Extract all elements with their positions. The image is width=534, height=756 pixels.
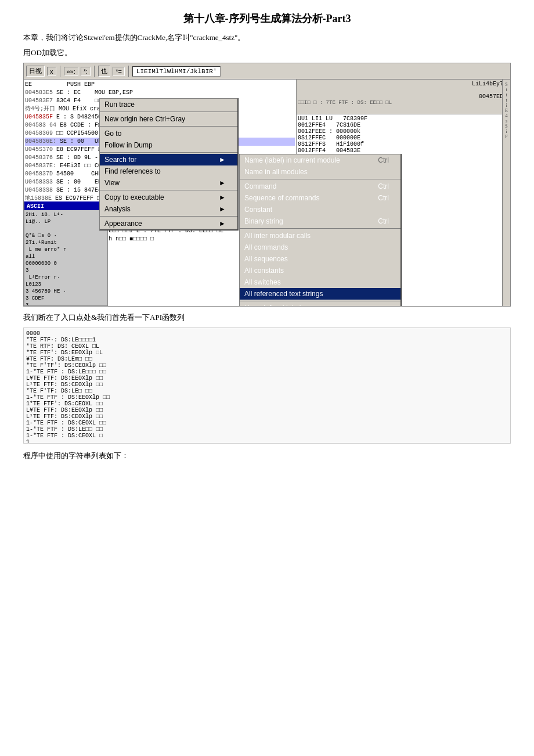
od-load-text: 用OD加载它。 [23,48,511,58]
menu-item-follow-dump[interactable]: Follow in Dump [100,139,237,151]
menu-item-run-trace[interactable]: Run trace [100,99,237,110]
scroll-label: i [506,92,507,98]
menu-item-analysis[interactable]: Analysis ► [100,203,237,215]
search-submenu[interactable]: Name (label) in current module Ctrl Name… [239,154,297,307]
api-line: *TE F'TF: DS:LE□ □□ [26,388,508,394]
toolbar-btn-star[interactable]: *: [81,67,91,76]
submenu-label: Command [244,182,276,190]
hex-line: 0012FEEE : 000000k [298,128,509,135]
menu-item-new-origin[interactable]: New origin here Ctrl+Gray [100,113,237,125]
submenu-item-all-commands[interactable]: All commands [240,242,297,253]
submenu-item-all-constants[interactable]: All constants [240,265,297,276]
toolbar-sep-3 [128,66,129,77]
api-line: L¹TE FTF: DS:CEOXlp □□ [26,413,508,420]
footer-text: 程序中使用的字符串列表如下： [23,451,511,461]
api-line: 1-*TE FTF : DS:LE□□ □□ [26,426,508,433]
ascii-content: 2Hi. i8. L¹- Li@.. LP Q*& □s 0 · 2Ti.¹Ru… [24,210,107,306]
menu-sep [100,190,237,190]
api-line: *TE FTF': DS:EEOXlp □L [26,350,508,356]
api-line: 1-*TE FTF : DS:CEOXL □ [26,433,508,439]
submenu-item-name-current[interactable]: Name (label) in current module Ctrl [240,154,297,166]
menu-item-view[interactable]: View ► [100,177,237,189]
submenu-item-sequence[interactable]: Sequence of commands Ctrl [240,192,297,204]
api-line: ¥TE FTF: DS:LEm□ □□ [26,356,508,362]
scroll-label: S [505,82,507,87]
submenu-item-constant[interactable]: Constant [240,204,297,215]
submenu-label: Binary string [244,217,283,225]
submenu-label: Sequence of commands [244,194,297,202]
toolbar-btn-x[interactable]: x [47,67,56,76]
api-line: L¥TE FTF: DS:EEOXlp □□ [26,407,508,413]
od-scrollbar[interactable]: S t i t i E 4 s S i F [502,80,510,307]
submenu-label: Name (label) in current module [244,156,297,164]
api-line: 1 [26,439,508,444]
submenu-item-command[interactable]: Command Ctrl [240,181,297,192]
disasm-line: EE PUSH EBP [25,81,295,89]
submenu-sep [240,228,297,229]
od-screenshot: 日视 x »»: *: 也 *= LIEIMlTlWlHMI/JklBIR' E… [23,63,511,307]
api-line: 1-*TE FTF : DS:EEOXlp □□ [26,394,508,401]
menu-sep [100,152,237,153]
menu-item-search-for[interactable]: Search for ► Name (label) in current mod… [100,154,237,165]
api-addr: 0000 [26,330,508,337]
submenu-item-all-text[interactable]: All referenced text strings [240,288,297,300]
hex-line: UU1 LI1 LU 7C8399F [298,116,509,122]
menu-arrow-icon: ► [219,219,226,228]
submenu-sep [240,179,297,179]
menu-arrow-icon: ► [219,156,226,164]
submenu-item-user-label[interactable]: User-defined label [240,303,297,307]
api-line: 1-*TE FTF : DS:CEOXL □□ [26,420,508,426]
info-line-4: □□I□ □ : 7TE FTF : DS: EE□□ □L [298,100,509,106]
api-section: 0000 *TE FTF·: DS:LE□□□□1 *TE RTF: DS: C… [23,327,511,444]
menu-arrow-icon: ► [219,179,226,187]
menu-sep [100,216,237,217]
menu-sep [100,126,237,127]
api-line: 1*TE FTF': DS:CEOXL □□ [26,401,508,407]
toolbar-title: LIEIMlTlWlHMI/JklBIR' [132,66,221,77]
submenu-item-binary[interactable]: Binary string Ctrl [240,215,297,227]
ascii-panel-header: ASCII [24,203,107,210]
toolbar-btn-also[interactable]: 也 [98,66,110,77]
od-toolbar: 日视 x »»: *: 也 *= LIEIMlTlWlHMI/JklBIR' [24,63,510,80]
context-menu[interactable]: Run trace New origin here Ctrl+Gray Go t… [99,98,239,231]
menu-item-find-refs[interactable]: Find references to [100,165,237,177]
hex-line: 0S12FFEC 000000E [298,135,509,141]
scroll-label: 4 [506,113,508,118]
toolbar-btn-nav[interactable]: »»: [64,67,78,76]
context-menu-overlay: Run trace New origin here Ctrl+Gray Go t… [99,98,239,231]
scroll-label: s [506,118,507,124]
toolbar-btn-eq[interactable]: *= [113,67,125,76]
od-info-panel: LiLi4bEy7C 0O457ED0 □□I□ □ : 7TE FTF : D… [297,80,510,114]
page-title: 第十八章-序列号生成算法分析-Part3 [23,12,511,26]
scroll-label: S [505,124,507,129]
submenu-item-name-all[interactable]: Name in all modules [240,166,297,178]
submenu-item-all-inter[interactable]: All inter modular calls [240,230,297,242]
toolbar-sep-2 [94,66,95,77]
menu-arrow-icon: ► [219,205,226,213]
submenu-item-all-sequences[interactable]: All sequences [240,253,297,265]
scroll-label: E [505,108,508,113]
scroll-label: i [506,103,507,108]
ascii-panel: ASCII 2Hi. i8. L¹- Li@.. LP Q*& □s 0 · 2… [24,201,108,306]
intro-text: 本章，我们将讨论Stzwei'em提供的CrackMe,名字叫"crackme_… [23,33,511,43]
api-line: L¹TE FTF: DS:CEOXlp □□ [26,381,508,388]
api-line: *TE FTF·: DS:LE□□□□1 [26,337,508,343]
api-line: L¥TE FTF: DS:EEOXlp □□ [26,375,508,381]
scroll-label: t [506,87,507,92]
submenu-sep [240,301,297,301]
api-line: *TE F'TF': DS:CEOXlp □□ [26,362,508,369]
menu-item-appearance[interactable]: Appearance ► [100,218,237,229]
submenu-item-all-switches[interactable]: All switches [240,276,297,288]
api-line: 1-*TE FTF : DS:LE□□□ □□ [26,369,508,375]
hex-line: 0S12FFFS HiFi000f [298,141,509,147]
api-line: *TE RTF: DS: CEOXL □L [26,343,508,350]
info-line-1: LiLi4bEy7C [298,81,509,87]
body-text-1: 我们断在了入口点处&我们首先看一下API函数列 [23,312,511,323]
scroll-label: t [506,98,507,103]
hex-line: 0012FFF4 004583E [298,147,509,154]
info-line-3: 0O457ED0 [298,93,509,100]
disasm-line: 004583E5 SE : EC MOU EBP,ESP [25,89,295,97]
toolbar-btn-view[interactable]: 日视 [26,66,45,77]
menu-item-goto[interactable]: Go to [100,128,237,139]
menu-item-copy-exec[interactable]: Copy to executable ► [100,192,237,203]
